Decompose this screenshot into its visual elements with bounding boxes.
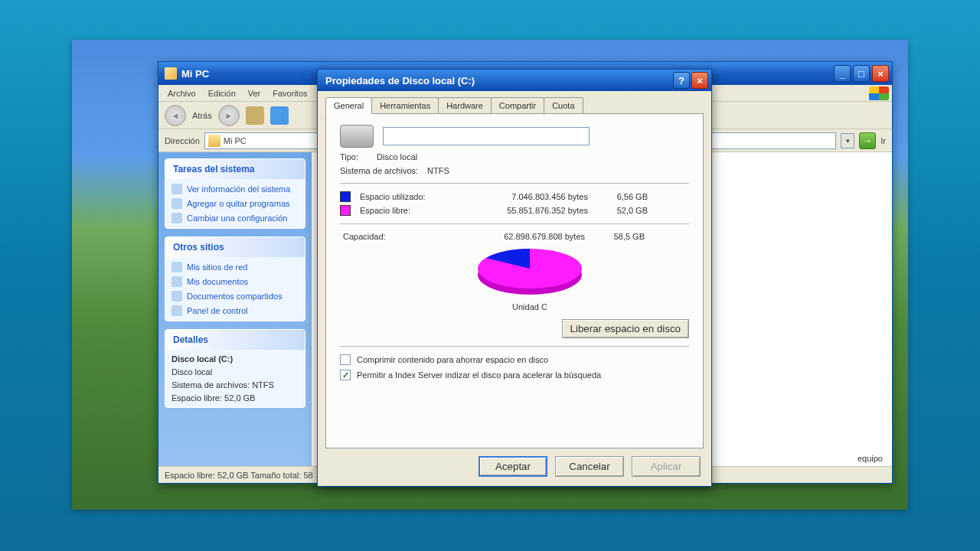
tab-panel-general: Tipo: Disco local Sistema de archivos: N… (325, 113, 704, 448)
outer-frame: Mi PC _ □ × Archivo Edición Ver Favorito… (72, 40, 908, 510)
apply-button[interactable]: Aplicar (632, 456, 701, 477)
type-label: Tipo: (340, 152, 358, 161)
tab-cuota[interactable]: Cuota (544, 97, 583, 113)
link-documents[interactable]: Mis documentos (172, 276, 299, 287)
menu-favoritos[interactable]: Favoritos (266, 89, 313, 98)
compress-checkbox[interactable] (340, 354, 351, 365)
details-title: Disco local (C:) (172, 354, 299, 364)
cancel-button[interactable]: Cancelar (555, 456, 624, 477)
filesystem-value: NTFS (427, 166, 449, 175)
other-places-header: Otros sitios (165, 237, 305, 257)
drive-icon (340, 125, 374, 148)
divider (340, 183, 689, 184)
divider (340, 346, 689, 347)
type-value: Disco local (377, 152, 417, 161)
help-button[interactable]: ? (673, 72, 690, 89)
back-label: Atrás (192, 111, 212, 120)
link-control-panel[interactable]: Panel de control (172, 305, 299, 316)
index-checkbox[interactable]: ✓ (340, 370, 351, 380)
details-line: Espacio libre: 52,0 GB (172, 393, 299, 403)
windows-logo-icon (869, 86, 889, 100)
free-bytes: 55.851.876.352 bytes (466, 206, 588, 215)
task-change-setting[interactable]: Cambiar una configuración (172, 213, 299, 223)
computer-icon (208, 135, 220, 147)
back-button[interactable]: ◄ (165, 105, 186, 126)
filesystem-label: Sistema de archivos: (340, 166, 418, 175)
computer-icon (165, 67, 177, 80)
folder-icon (172, 276, 182, 287)
details-line: Sistema de archivos: NTFS (172, 380, 299, 390)
forward-button[interactable]: ► (218, 105, 240, 126)
tab-strip: General Herramientas Hardware Compartir … (318, 91, 711, 113)
control-panel-icon (172, 305, 182, 316)
used-gb: 6,56 GB (594, 192, 648, 201)
tab-general[interactable]: General (325, 97, 372, 114)
disk-cleanup-button[interactable]: Liberar espacio en disco (562, 319, 689, 338)
programs-icon (172, 198, 182, 209)
used-bytes: 7.046.803.456 bytes (466, 192, 588, 201)
address-dropdown[interactable]: ▾ (841, 133, 854, 148)
system-tasks-header: Tareas del sistema (165, 159, 305, 179)
content-text: equipo (858, 454, 883, 463)
index-label: Permitir a Index Server indizar el disco… (357, 370, 601, 380)
task-add-remove[interactable]: Agregar o quitar programas (172, 198, 299, 209)
compress-label: Comprimir contenido para ahorrar espacio… (357, 355, 548, 364)
go-label: Ir (880, 136, 886, 145)
up-folder-icon[interactable] (246, 106, 264, 125)
capacity-label: Capacidad: (343, 232, 456, 241)
status-text: Espacio libre: 52,0 GB Tamaño total: 58 (165, 471, 313, 480)
free-gb: 52,0 GB (594, 206, 648, 215)
other-places-panel: Otros sitios Mis sitios de red Mis docum… (165, 236, 305, 321)
settings-icon (172, 213, 182, 223)
search-icon[interactable] (270, 106, 289, 125)
drive-label: Unidad C (512, 302, 547, 311)
details-panel: Detalles Disco local (C:) Disco local Si… (165, 329, 305, 408)
system-tasks-panel: Tareas del sistema Ver información del s… (165, 158, 305, 229)
used-label: Espacio utilizado: (360, 192, 459, 201)
task-system-info[interactable]: Ver información del sistema (172, 184, 299, 194)
dialog-buttons: Aceptar Cancelar Aplicar (318, 456, 711, 486)
address-value: Mi PC (224, 136, 247, 145)
details-line: Disco local (172, 367, 299, 377)
free-label: Espacio libre: (360, 206, 459, 215)
dialog-titlebar[interactable]: Propiedades de Disco local (C:) ? × (318, 70, 711, 91)
dialog-title: Propiedades de Disco local (C:) (325, 75, 475, 86)
dialog-close-button[interactable]: × (691, 72, 708, 89)
menu-edicion[interactable]: Edición (202, 89, 242, 98)
link-network[interactable]: Mis sitios de red (172, 262, 299, 272)
minimize-button[interactable]: _ (834, 65, 851, 82)
explorer-title: Mi PC (181, 68, 209, 80)
divider (340, 223, 689, 224)
ok-button[interactable]: Aceptar (479, 456, 547, 477)
tasks-sidebar: Tareas del sistema Ver información del s… (158, 152, 312, 466)
close-button[interactable]: × (872, 65, 889, 82)
address-label: Dirección (165, 136, 200, 145)
disk-pie-chart (472, 244, 587, 298)
info-icon (172, 184, 182, 194)
go-button[interactable]: → (859, 132, 876, 149)
details-header: Detalles (165, 330, 305, 350)
volume-name-input[interactable] (383, 127, 590, 145)
maximize-button[interactable]: □ (853, 65, 870, 82)
capacity-gb: 58,5 GB (591, 232, 645, 241)
folder-icon (172, 291, 182, 302)
used-color-swatch (340, 191, 351, 202)
capacity-bytes: 62.898.679.808 bytes (462, 232, 585, 241)
menu-archivo[interactable]: Archivo (162, 89, 202, 98)
properties-dialog: Propiedades de Disco local (C:) ? × Gene… (317, 69, 712, 487)
tab-compartir[interactable]: Compartir (491, 97, 544, 113)
tab-herramientas[interactable]: Herramientas (371, 97, 439, 113)
menu-ver[interactable]: Ver (242, 89, 267, 98)
link-shared-docs[interactable]: Documentos compartidos (172, 291, 299, 302)
tab-hardware[interactable]: Hardware (438, 97, 492, 113)
network-icon (172, 262, 182, 272)
free-color-swatch (340, 205, 351, 216)
